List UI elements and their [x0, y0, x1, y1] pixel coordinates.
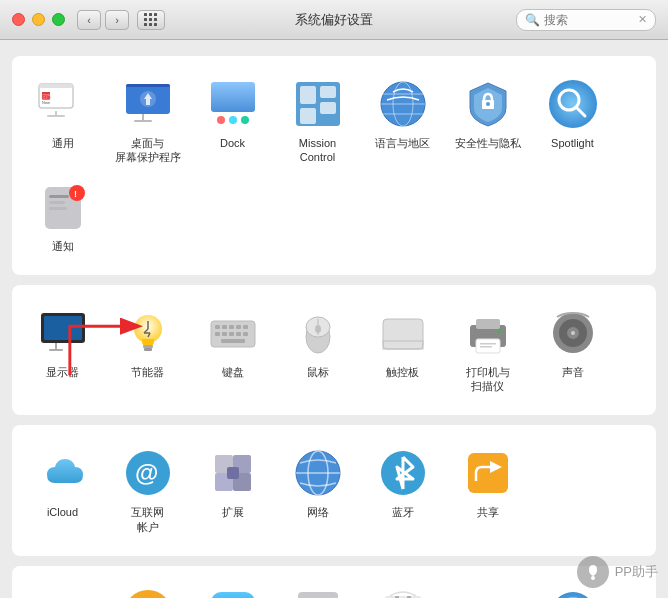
svg-point-30	[549, 80, 597, 128]
traffic-lights	[12, 13, 65, 26]
svg-rect-22	[300, 108, 316, 124]
printer-item[interactable]: 打印机与扫描仪	[445, 299, 530, 402]
mouse-item[interactable]: 鼠标	[275, 299, 360, 402]
network-item[interactable]: 网络	[275, 439, 360, 542]
svg-rect-89	[468, 453, 508, 493]
trackpad-item[interactable]: 触控板	[360, 299, 445, 402]
security-item[interactable]: 安全性与隐私	[445, 70, 530, 173]
mouse-label: 鼠标	[307, 365, 329, 379]
section1-grid: File New 通用	[20, 70, 648, 261]
energy-item[interactable]: 节能器	[105, 299, 190, 402]
svg-rect-59	[236, 332, 241, 336]
bluetooth-icon	[377, 447, 429, 499]
general-item[interactable]: File New 通用	[20, 70, 105, 173]
svg-rect-36	[49, 207, 67, 210]
svg-rect-57	[222, 332, 227, 336]
svg-rect-19	[300, 86, 316, 104]
sound-item[interactable]: 声音	[530, 299, 615, 402]
printer-icon	[462, 307, 514, 359]
svg-rect-41	[55, 343, 57, 349]
svg-point-93	[124, 590, 172, 598]
svg-rect-13	[211, 82, 255, 112]
timemachine-icon	[547, 588, 599, 598]
svg-rect-35	[49, 201, 65, 204]
grid-view-button[interactable]	[137, 10, 165, 30]
svg-rect-95	[211, 592, 255, 598]
datetime-item[interactable]: 18 日期与时间	[360, 580, 445, 598]
svg-point-110	[551, 592, 595, 598]
svg-rect-60	[243, 332, 248, 336]
trackpad-label: 触控板	[386, 365, 419, 379]
internet-icon: @	[122, 447, 174, 499]
section-system: 用户与群组 家长控制	[12, 566, 656, 598]
appstore-item[interactable]: A App Store	[190, 580, 275, 598]
search-clear-button[interactable]: ✕	[638, 13, 647, 26]
search-icon: 🔍	[525, 13, 540, 27]
nav-buttons: ‹ ›	[77, 10, 165, 30]
dock-icon	[207, 78, 259, 130]
svg-rect-40	[44, 316, 82, 340]
display-item[interactable]: 显示器	[20, 299, 105, 402]
notify-item[interactable]: ! 通知	[20, 173, 105, 261]
search-box[interactable]: 🔍 ✕	[516, 9, 656, 31]
svg-text:!: !	[74, 189, 77, 199]
svg-rect-42	[49, 349, 63, 351]
extensions-item[interactable]: 扩展	[190, 439, 275, 542]
desktop-label: 桌面与屏幕保护程序	[115, 136, 181, 165]
internet-item[interactable]: @ 互联网帐户	[105, 439, 190, 542]
parental-item[interactable]: 家长控制	[105, 580, 190, 598]
svg-rect-44	[143, 345, 153, 348]
display-icon	[37, 307, 89, 359]
svg-point-73	[497, 329, 501, 333]
svg-point-123	[591, 576, 595, 580]
search-input[interactable]	[544, 13, 634, 27]
svg-point-17	[241, 116, 249, 124]
general-label: 通用	[52, 136, 74, 150]
trackpad-icon	[377, 307, 429, 359]
back-button[interactable]: ‹	[77, 10, 101, 30]
keyboard-label: 键盘	[222, 365, 244, 379]
users-item[interactable]: 用户与群组	[20, 580, 105, 598]
startup-icon	[462, 588, 514, 598]
svg-rect-55	[243, 325, 248, 329]
datetime-icon: 18	[377, 588, 429, 598]
svg-point-37	[69, 185, 85, 201]
startup-item[interactable]: 启动磁盘	[445, 580, 530, 598]
svg-text:@: @	[135, 459, 158, 486]
bluetooth-item[interactable]: 蓝牙	[360, 439, 445, 542]
maximize-button[interactable]	[52, 13, 65, 26]
network-label: 网络	[307, 505, 329, 519]
keyboard-icon	[207, 307, 259, 359]
svg-rect-6	[55, 111, 57, 115]
desktop-item[interactable]: 桌面与屏幕保护程序	[105, 70, 190, 173]
svg-text:New: New	[42, 100, 50, 105]
close-button[interactable]	[12, 13, 25, 26]
dictation-item[interactable]: 听写与语音	[275, 580, 360, 598]
spotlight-item[interactable]: Spotlight	[530, 70, 615, 173]
security-icon	[462, 78, 514, 130]
sound-label: 声音	[562, 365, 584, 379]
dock-item[interactable]: Dock	[190, 70, 275, 173]
printer-label: 打印机与扫描仪	[466, 365, 510, 394]
watermark-text: PP助手	[615, 563, 658, 581]
network-icon	[292, 447, 344, 499]
forward-button[interactable]: ›	[105, 10, 129, 30]
mission-item[interactable]: MissionControl	[275, 70, 360, 173]
minimize-button[interactable]	[32, 13, 45, 26]
sharing-item[interactable]: 共享	[445, 439, 530, 542]
svg-rect-7	[47, 115, 65, 117]
icloud-item[interactable]: iCloud	[20, 439, 105, 542]
svg-point-29	[486, 102, 490, 106]
language-item[interactable]: 语言与地区	[360, 70, 445, 173]
svg-rect-72	[480, 346, 492, 348]
keyboard-item[interactable]: 键盘	[190, 299, 275, 402]
display-label: 显示器	[46, 365, 79, 379]
appstore-icon: A	[207, 588, 259, 598]
svg-rect-10	[142, 114, 144, 120]
svg-rect-11	[134, 120, 152, 122]
spotlight-icon	[547, 78, 599, 130]
svg-point-15	[217, 116, 225, 124]
svg-rect-20	[320, 86, 336, 98]
section-internet: iCloud @ 互联网帐户	[12, 425, 656, 556]
mission-icon	[292, 78, 344, 130]
